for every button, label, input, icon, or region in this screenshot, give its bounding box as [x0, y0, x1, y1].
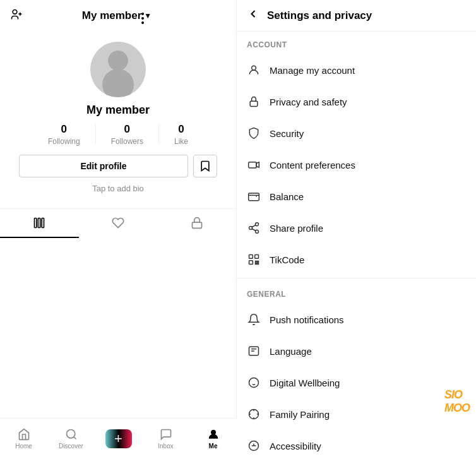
create-button[interactable]: +	[105, 429, 132, 448]
share-icon	[247, 221, 261, 235]
nav-inbox[interactable]: Inbox	[142, 428, 189, 450]
likes-stat[interactable]: 0 Like	[174, 123, 188, 146]
svg-rect-7	[192, 222, 201, 228]
balance-label: Balance	[270, 191, 304, 202]
svg-point-31	[249, 378, 259, 388]
bookmark-button[interactable]	[193, 155, 217, 177]
svg-rect-5	[39, 218, 40, 228]
add-friend-icon[interactable]	[10, 8, 23, 23]
top-bar: My member ▼	[0, 0, 236, 32]
following-label: Following	[48, 137, 80, 146]
account-section-label: ACCOUNT	[237, 32, 476, 54]
lock-icon	[247, 95, 261, 109]
digital-wellbeing-label: Digital Wellbeing	[270, 378, 340, 388]
followers-count: 0	[124, 123, 130, 136]
language-label: Language	[270, 346, 312, 357]
tikcode-item[interactable]: TikCode	[237, 244, 476, 275]
svg-point-18	[256, 230, 259, 233]
family-pairing-item[interactable]: Family Pairing	[237, 398, 476, 430]
svg-rect-27	[258, 263, 259, 265]
language-item[interactable]: Language	[237, 335, 476, 367]
nav-discover[interactable]: Discover	[47, 428, 95, 450]
svg-point-17	[249, 227, 253, 230]
svg-line-20	[252, 225, 256, 227]
content-prefs-label: Content preferences	[270, 160, 355, 170]
security-item[interactable]: Security	[237, 117, 476, 149]
svg-point-11	[252, 66, 256, 70]
manage-account-item[interactable]: Manage my account	[237, 54, 476, 86]
family-pairing-label: Family Pairing	[270, 409, 330, 420]
svg-rect-13	[250, 101, 258, 106]
svg-line-9	[73, 437, 76, 439]
video-icon	[247, 158, 261, 172]
accessibility-label: Accessibility	[270, 441, 321, 451]
accessibility-item[interactable]: Accessibility	[237, 430, 476, 459]
tab-liked[interactable]	[79, 209, 158, 238]
tikcode-label: TikCode	[270, 254, 304, 265]
svg-rect-21	[249, 255, 253, 259]
svg-line-19	[252, 229, 256, 230]
section-divider	[237, 278, 476, 278]
bell-icon	[247, 313, 261, 326]
privacy-safety-label: Privacy and safety	[270, 97, 347, 107]
watermark: SIOMOO	[444, 388, 470, 415]
nav-home[interactable]: Home	[0, 428, 47, 450]
nav-discover-label: Discover	[59, 443, 83, 450]
settings-header: Settings and privacy	[237, 0, 476, 32]
push-notifications-label: Push notifications	[270, 314, 344, 325]
settings-title: Settings and privacy	[267, 9, 372, 22]
svg-rect-26	[256, 263, 257, 265]
bio-placeholder[interactable]: Tap to add bio	[92, 184, 144, 193]
left-panel: My member ▼	[0, 0, 237, 459]
profile-section: My member 0 Following 0 Followers 0 Like…	[0, 32, 236, 201]
security-label: Security	[270, 128, 304, 139]
svg-point-10	[211, 430, 215, 434]
nav-inbox-label: Inbox	[158, 443, 173, 450]
general-section-label: GENERAL	[237, 281, 476, 304]
tab-videos[interactable]	[0, 209, 79, 238]
likes-label: Like	[174, 137, 188, 146]
svg-point-8	[66, 430, 74, 438]
dropdown-icon: ▼	[144, 11, 152, 20]
nav-me-label: Me	[209, 443, 218, 450]
followers-stat[interactable]: 0 Followers	[111, 123, 143, 146]
balance-item[interactable]: Balance	[237, 181, 476, 212]
back-button[interactable]	[247, 8, 259, 23]
family-icon	[247, 407, 261, 421]
content-tabs	[0, 208, 236, 238]
edit-profile-button[interactable]: Edit profile	[19, 155, 188, 177]
svg-point-16	[256, 223, 259, 226]
likes-count: 0	[178, 123, 184, 136]
shield-icon	[247, 126, 261, 140]
svg-rect-14	[249, 162, 257, 168]
share-profile-item[interactable]: Share profile	[237, 212, 476, 244]
following-stat[interactable]: 0 Following	[48, 123, 80, 146]
followers-label: Followers	[111, 137, 143, 146]
right-panel: Settings and privacy ACCOUNT Manage my a…	[237, 0, 476, 459]
push-notifications-item[interactable]: Push notifications	[237, 304, 476, 335]
privacy-safety-item[interactable]: Privacy and safety	[237, 86, 476, 117]
more-options-button[interactable]	[141, 13, 144, 24]
nav-home-label: Home	[15, 443, 32, 450]
tikcode-icon	[247, 253, 261, 266]
following-count: 0	[61, 123, 67, 136]
profile-name: My member	[86, 104, 150, 117]
manage-account-label: Manage my account	[270, 65, 355, 76]
wallet-icon	[247, 189, 261, 203]
person-icon	[247, 63, 261, 77]
wellbeing-icon	[247, 376, 261, 390]
share-profile-label: Share profile	[270, 223, 323, 234]
svg-rect-6	[42, 218, 44, 228]
digital-wellbeing-item[interactable]: Digital Wellbeing	[237, 367, 476, 398]
svg-point-0	[13, 10, 17, 15]
svg-rect-22	[255, 255, 259, 259]
tab-private[interactable]	[157, 209, 236, 238]
bottom-nav: Home Discover + Inbox Me	[0, 418, 237, 459]
content-prefs-item[interactable]: Content preferences	[237, 149, 476, 181]
avatar	[90, 42, 146, 97]
nav-me[interactable]: Me	[189, 428, 237, 450]
svg-rect-24	[256, 261, 257, 263]
svg-rect-25	[258, 261, 259, 263]
nav-create[interactable]: +	[95, 429, 142, 448]
svg-rect-23	[249, 261, 253, 265]
